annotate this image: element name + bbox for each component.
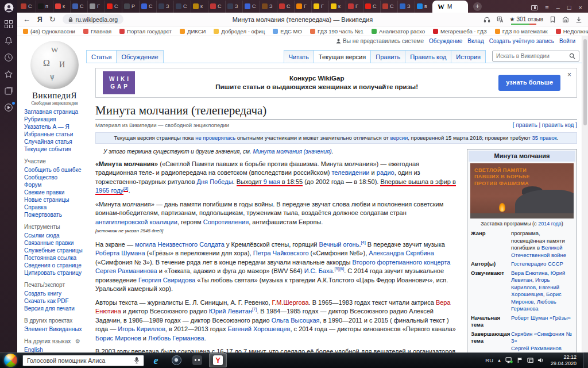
show-desktop-button[interactable] — [583, 352, 588, 368]
taskbar-ie-icon[interactable]: e — [147, 353, 165, 367]
collections-save-icon[interactable] — [562, 16, 569, 23]
browser-tab[interactable]: С — [277, 1, 295, 13]
sidebar-link[interactable]: Случайная статья — [24, 138, 85, 145]
link[interactable]: И.С. Баха — [304, 267, 333, 274]
sidebar-link[interactable]: Рубрикация — [24, 116, 85, 123]
sidebar-link[interactable]: Ссылки сюда — [24, 232, 85, 239]
browser-tab[interactable]: З — [260, 1, 277, 13]
minimize-button[interactable]: – — [556, 5, 560, 10]
browser-tab[interactable]: Г — [88, 1, 105, 13]
close-button[interactable]: × — [579, 5, 582, 10]
video-play-icon[interactable] — [4, 103, 14, 113]
sidebar-link[interactable]: Создать книгу — [24, 290, 85, 297]
link[interactable]: Георгия Свиридова — [138, 277, 195, 283]
sidebar-link[interactable]: Заглавная страница — [24, 108, 85, 116]
sidebar-link[interactable]: Сведения о странице — [24, 262, 85, 269]
new-tab-button[interactable]: + — [473, 2, 482, 11]
microphone-icon[interactable] — [134, 356, 140, 364]
bookmark-item[interactable]: Мегарешеба - ГДЗ — [433, 28, 487, 34]
action-center-flag-icon[interactable] — [517, 357, 523, 363]
bookmark-item[interactable]: ГДЗ по математик — [495, 28, 548, 34]
browser-tab[interactable]: С — [363, 1, 381, 13]
browser-tab[interactable]: С — [71, 1, 88, 13]
sidebar-link[interactable]: Новые страницы — [24, 196, 85, 204]
side-panel-icon[interactable] — [531, 5, 537, 10]
banner-close-icon[interactable]: × — [567, 71, 571, 80]
link[interactable]: [5][6] — [335, 266, 345, 271]
sidebar-link[interactable]: Служебные страницы — [24, 247, 85, 254]
bookmark-item[interactable]: ДИКСИ — [180, 28, 206, 34]
sidebar-link[interactable]: Пожертвовать — [24, 211, 85, 218]
sidebar-link[interactable]: Постоянная ссылка — [24, 254, 85, 262]
link[interactable]: Юрий Левитан — [209, 308, 252, 315]
taskbar-steam-icon[interactable] — [168, 353, 185, 367]
bookmark-item[interactable]: (46) Одноклассни — [23, 28, 75, 34]
volume-icon[interactable] — [537, 357, 544, 363]
browser-tab[interactable]: С — [174, 1, 191, 13]
sidebar-link[interactable]: Форум — [24, 181, 85, 189]
browser-tab[interactable]: Г — [346, 1, 363, 13]
browser-tab[interactable]: к — [329, 1, 346, 13]
wiki-tab[interactable]: Править код — [405, 50, 451, 63]
sidebar-link[interactable]: English — [24, 346, 85, 352]
link[interactable]: Гостелерадио СССР — [511, 260, 563, 267]
link[interactable]: телевидении — [331, 169, 369, 176]
link[interactable]: Игорь Кириллов — [118, 325, 165, 332]
sidebar-link[interactable]: Справка — [24, 204, 85, 211]
wiki-search-box[interactable] — [492, 51, 579, 62]
notifications-bell-icon[interactable] — [4, 36, 14, 46]
browser-tab[interactable]: З — [398, 1, 415, 13]
link[interactable]: антигитлеровской коалиции — [95, 218, 177, 225]
browser-tab[interactable]: в — [415, 1, 432, 13]
bookmark-item[interactable]: Добродел - офиц — [214, 28, 265, 34]
sidebar-link[interactable]: Сообщество — [24, 174, 85, 181]
maximize-button[interactable]: □ — [567, 5, 571, 10]
bookmark-item[interactable]: ЕДС МО — [273, 28, 302, 34]
reviews-badge[interactable]: ★ 301 отзыв — [510, 16, 543, 22]
bookmarks-star-icon[interactable] — [4, 70, 14, 79]
headphones-icon[interactable] — [483, 16, 490, 23]
browser-tab[interactable]: к — [53, 1, 71, 13]
link[interactable]: 1965 году — [95, 187, 123, 195]
link[interactable]: Петра Чайковского — [253, 250, 309, 256]
wiki-tab[interactable]: Править — [370, 50, 405, 63]
browser-tab[interactable]: З — [226, 1, 243, 13]
wiki-tab[interactable]: Статья — [86, 50, 117, 63]
tray-expand-icon[interactable]: ▲ — [497, 358, 501, 362]
infobox-image[interactable]: СВЕТЛОЙ ПАМЯТИПАВШИХ В БОРЬБЕПРОТИВ ФАШИ… — [470, 163, 574, 218]
browser-tab[interactable]: С — [381, 1, 398, 13]
link[interactable]: Ольга Высоцкая — [272, 317, 320, 324]
yandex-logo[interactable]: Я — [37, 16, 42, 24]
browser-tab[interactable]: к — [191, 1, 208, 13]
browser-menu-icon[interactable]: ≡ — [545, 5, 548, 10]
link[interactable]: не проверялась — [195, 135, 235, 141]
link[interactable]: могила Неизвестного Солдата — [135, 241, 225, 248]
personal-link-login[interactable]: Войти — [559, 38, 575, 44]
link[interactable]: радио — [377, 169, 394, 176]
bookmark-item[interactable]: Главная — [83, 28, 111, 34]
taskbar-discord-icon[interactable] — [188, 353, 206, 367]
address-bar[interactable]: ru.wikipedia.org — [63, 14, 124, 24]
clock[interactable]: 22:12 29.04.2020 — [548, 354, 579, 366]
sidebar-link[interactable]: Скачать как PDF — [24, 297, 85, 305]
browser-tab[interactable]: С — [208, 1, 226, 13]
wiki-tab[interactable]: История — [451, 50, 486, 63]
scrollbar-thumb[interactable] — [583, 39, 587, 125]
search-icon[interactable] — [569, 53, 575, 59]
link[interactable]: 2014 года — [538, 221, 562, 227]
sidebar-link[interactable]: Версия для печати — [24, 305, 85, 312]
browser-tab[interactable]: С — [140, 1, 157, 13]
link[interactable]: 9 мая — [264, 178, 280, 186]
sidebar-link[interactable]: Сообщить об ошибке — [24, 166, 85, 174]
sidebar-link[interactable]: Свежие правки — [24, 189, 85, 196]
personal-link-contribs[interactable]: Вклад — [467, 38, 483, 44]
link[interactable]: [4] — [361, 240, 365, 245]
browser-tab[interactable]: п — [36, 1, 53, 13]
wiki-search-input[interactable] — [496, 53, 567, 59]
download-icon[interactable] — [575, 16, 582, 23]
wiki-tab[interactable]: Обсуждение — [116, 50, 163, 63]
link[interactable]: Роберта Шумана — [95, 250, 145, 256]
alice-search-box[interactable]: Голосовой помощник Алиса — [22, 355, 144, 366]
personal-link-talk[interactable]: Обсуждение — [429, 38, 462, 44]
display-icon[interactable] — [527, 357, 533, 363]
